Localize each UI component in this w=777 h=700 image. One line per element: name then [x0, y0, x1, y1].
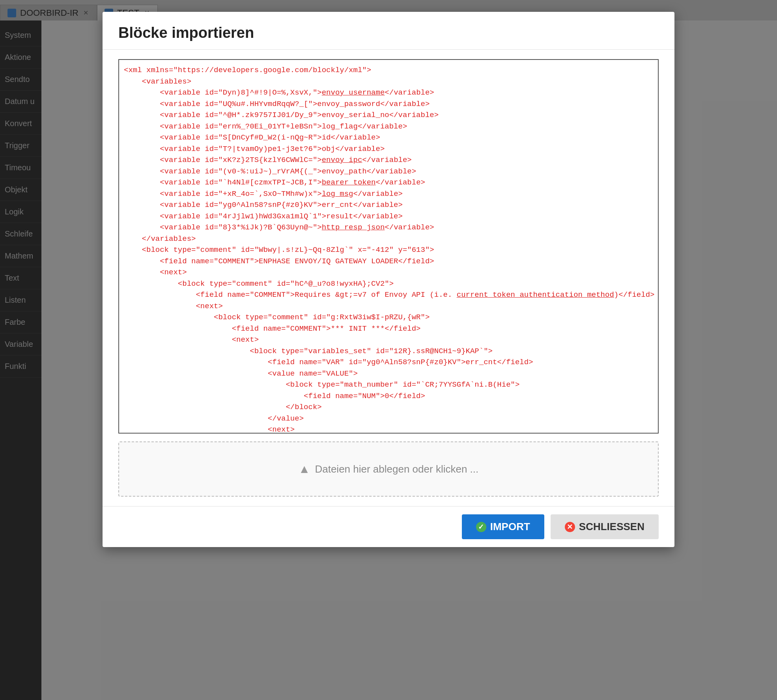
drop-zone[interactable]: ▲ Dateien hier ablegen oder klicken ... — [118, 441, 659, 497]
modal-overlay: Blöcke importieren <xml xmlns="https://d… — [0, 0, 777, 700]
close-button[interactable]: ✕ SCHLIESSEN — [551, 514, 659, 539]
import-button-label: IMPORT — [490, 521, 530, 533]
modal-header: Blöcke importieren — [103, 12, 674, 50]
drop-zone-label: Dateien hier ablegen oder klicken ... — [315, 463, 478, 475]
upload-icon: ▲ — [299, 462, 310, 476]
close-icon: ✕ — [565, 522, 575, 532]
modal-title: Blöcke importieren — [118, 24, 254, 41]
modal-dialog: Blöcke importieren <xml xmlns="https://d… — [103, 12, 674, 547]
modal-body: <xml xmlns="https://developers.google.co… — [103, 50, 674, 506]
xml-content: <xml xmlns="https://developers.google.co… — [124, 66, 659, 434]
close-button-label: SCHLIESSEN — [579, 521, 644, 533]
check-icon: ✓ — [476, 522, 486, 532]
modal-footer: ✓ IMPORT ✕ SCHLIESSEN — [103, 506, 674, 547]
import-button[interactable]: ✓ IMPORT — [462, 514, 544, 539]
xml-editor[interactable]: <xml xmlns="https://developers.google.co… — [118, 59, 659, 434]
